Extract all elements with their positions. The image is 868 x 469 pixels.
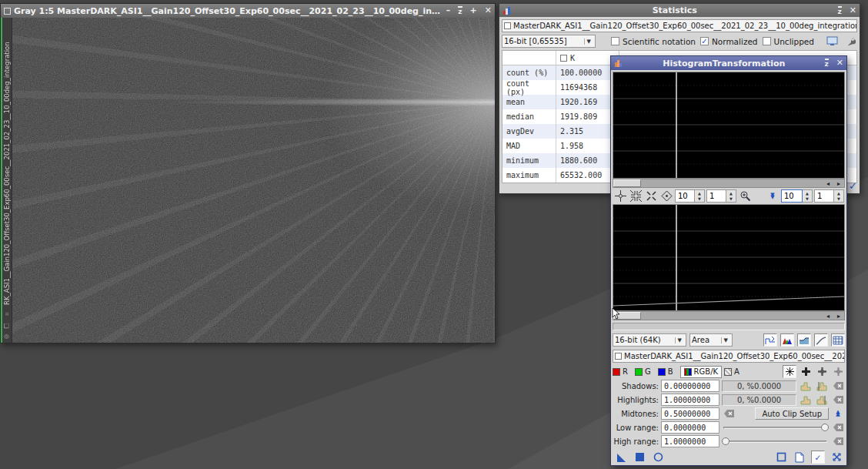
slider-track[interactable] [723,441,827,443]
mtf-curve-toggle-icon[interactable] [814,333,828,347]
shadows-reset-icon[interactable] [831,380,845,393]
image-window[interactable]: Gray 1:5 MasterDARK_ASI1__Gain120_Offset… [0,3,496,343]
auto-clip-apply-icon[interactable]: ▲▲ [831,407,845,420]
second-horizontal-zoom-spinbox[interactable]: ▲▼ [781,189,813,203]
low-range-input[interactable] [661,421,719,434]
mid-grid-style-icon[interactable] [815,365,829,378]
new-instance-icon[interactable] [614,451,628,464]
red-channel-chip[interactable] [613,368,620,376]
highlights-reset-icon[interactable] [831,394,845,407]
histogram-shade-button[interactable]: z [825,59,829,68]
histogram-titlebar[interactable]: HistogramTransformation z ✕ [611,56,846,70]
raw-histogram-toggle-icon[interactable] [763,333,777,347]
second-horizontal-zoom-input[interactable] [781,189,803,203]
spin-down-icon[interactable]: ▼ [726,196,736,203]
highlights-clip-graph-icon[interactable] [815,394,829,407]
vertical-zoom-input[interactable] [706,189,726,203]
chevron-down-icon[interactable]: ▼ [675,337,684,343]
image-selector-tab[interactable]: RK_ASI1__Gain120_Offset30_Exp60_00sec__2… [1,18,12,343]
low-range-reset-icon[interactable] [831,421,845,434]
input-plot-scrollbar[interactable]: ◂ ▸ [613,311,845,320]
shadows-input[interactable] [661,380,719,392]
iconize-button[interactable]: – [446,7,451,15]
high-range-input[interactable] [661,435,719,447]
unclipped-checkbox[interactable] [763,37,771,45]
high-range-slider[interactable] [722,436,829,447]
output-plot-scrollbar[interactable]: ◂ ▸ [613,179,845,188]
highlights-clip-count-icon[interactable] [799,394,813,407]
shade-button[interactable]: z [458,6,462,15]
input-histogram-plot[interactable] [613,204,845,311]
shadows-clip-graph-icon[interactable] [815,380,829,393]
track-view-check-icon[interactable]: ✓ [811,451,825,464]
blue-channel-chip[interactable] [658,368,666,376]
midtones-reset-icon[interactable] [722,407,736,420]
image-canvas[interactable] [12,18,495,343]
realtime-preview-icon[interactable] [651,451,665,464]
image-window-titlebar[interactable]: Gray 1:5 MasterDARK_ASI1__Gain120_Offset… [1,4,495,18]
alpha-channel-chip[interactable] [724,368,732,376]
preferences-wrench-icon[interactable] [843,35,857,48]
scrollbar-thumb[interactable] [613,179,641,187]
dark-grid-style-icon[interactable] [799,365,813,378]
auto-clip-setup-button[interactable]: Auto Clip Setup [755,407,829,420]
slider-thumb[interactable] [821,424,829,431]
readout-mode-icon[interactable] [613,189,627,203]
second-vertical-zoom-input[interactable] [814,189,834,203]
grid-toggle-icon[interactable] [831,333,845,347]
spin-up-icon[interactable]: ▲ [695,190,704,196]
zoom-button[interactable]: + [470,7,477,15]
histogram-close-button[interactable]: ✕ [836,59,843,67]
statistics-close-button[interactable]: ✕ [850,7,856,15]
histogram-transformation-window[interactable]: HistogramTransformation z ✕ ◂ ▸ [610,55,847,466]
statistics-view-selector[interactable]: MasterDARK_ASI1__Gain120_Offset30_Exp60_… [502,19,857,32]
zoom-mode-icon[interactable] [738,189,752,203]
process-properties-icon[interactable] [793,451,806,464]
spin-up-icon[interactable]: ▲ [726,190,736,196]
midtones-input[interactable] [661,407,719,420]
statistics-apply-check-icon[interactable]: ✓ [849,180,857,192]
scroll-left-icon[interactable]: ◂ [823,312,833,320]
histogram-view-selector[interactable]: MasterDARK_ASI1__Gain120_Offset30_Exp60_… [613,350,845,363]
highlights-input[interactable] [661,394,719,406]
scroll-right-icon[interactable]: ▸ [833,179,844,187]
scientific-notation-option[interactable]: Scientific notation [611,37,696,46]
spin-down-icon[interactable]: ▼ [803,196,812,203]
spin-up-icon[interactable]: ▲ [803,190,812,196]
text-view-icon[interactable] [825,35,839,48]
horizontal-zoom-spinbox[interactable]: ▲▼ [675,189,705,203]
zoom-out-all-icon[interactable] [629,189,643,203]
rgb-histogram-toggle-icon[interactable] [780,333,794,347]
green-channel-chip[interactable] [635,368,643,376]
close-button[interactable]: ✕ [485,7,492,15]
sync-zoom-icon[interactable]: ▼▼ [766,189,780,203]
spin-down-icon[interactable]: ▼ [834,196,843,203]
area-histogram-toggle-icon[interactable] [797,333,811,347]
vertical-zoom-spinbox[interactable]: ▲▼ [706,189,736,203]
browse-documentation-icon[interactable] [774,451,788,464]
scroll-right-icon[interactable]: ▸ [833,312,844,320]
zoom-in-all-icon[interactable] [644,189,658,203]
scientific-notation-checkbox[interactable] [611,37,619,45]
scroll-left-icon[interactable]: ◂ [823,179,833,187]
unclipped-option[interactable]: Unclipped [763,37,814,46]
scrollbar-thumb[interactable] [613,312,641,320]
chevron-down-icon[interactable]: ▼ [584,39,593,45]
slider-thumb[interactable] [722,437,729,445]
horizontal-zoom-input[interactable] [675,189,695,203]
output-histogram-plot[interactable] [613,72,845,179]
shadows-clip-count-icon[interactable] [799,380,813,393]
low-range-slider[interactable] [722,422,829,433]
image-selector-mode-icons[interactable]: ◎ ❐ ⌗ [3,307,11,343]
normalized-checkbox[interactable]: ✓ [700,37,709,45]
apply-icon[interactable] [633,451,646,464]
light-grid-style-icon[interactable] [831,365,845,378]
normalized-option[interactable]: ✓ Normalized [700,37,758,46]
statistics-range-selector[interactable]: 16-bit [0,65535] ▼ [502,35,596,48]
spin-up-icon[interactable]: ▲ [834,190,843,196]
spin-down-icon[interactable]: ▼ [695,196,704,203]
reset-icon[interactable] [830,451,843,464]
rgbk-channel-button[interactable]: RGB/K [680,366,722,378]
show-all-curves-icon[interactable] [783,365,796,378]
resolution-selector[interactable]: 16-bit (64K) ▼ [613,333,686,347]
